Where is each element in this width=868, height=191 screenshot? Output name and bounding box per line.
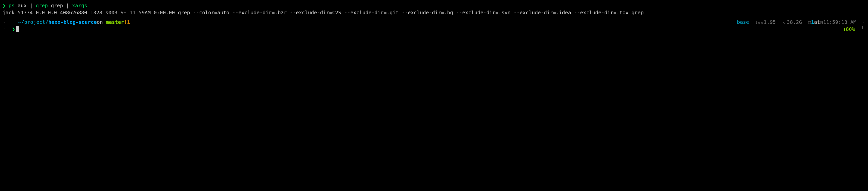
bracket-top-right: ─╮ [860,18,866,26]
time-value: 11:59:13 AM [823,18,856,26]
path-project: hexo-blog-source [49,18,97,26]
cmd-grep1: grep [36,2,48,9]
memory-value: 38.2G [787,18,802,26]
clock-icon: ◷ [820,18,823,26]
cpu-value: 1.95 [764,18,776,26]
cmd-grep-arg: grep [51,2,63,9]
cmd-ps: ps [8,2,14,9]
prompt-symbol: ❯ [2,2,5,9]
jobs-value: 1 [811,18,814,26]
cmd-aux: aux [18,2,27,9]
git-dirty: !1 [124,18,130,26]
at-text: at [814,18,820,26]
cpu-icon: ⫾₀₀ [755,18,764,26]
bracket-top-left: ╭─ [2,18,8,26]
bracket-bottom-right: ─╯ [858,26,864,33]
battery-icon: ▮ [843,26,846,33]
jobs-icon: ☐ [808,18,811,26]
memory-icon: 🝔 [782,18,787,26]
conda-env: base [737,18,749,26]
cmd-xargs: xargs [72,2,87,9]
on-text: on [97,18,103,26]
dash-end: ─ [857,18,860,26]
battery-value: 80% [846,26,855,33]
path-prefix: ~/project/ [18,18,48,26]
bracket-bottom-left: ╰─ [2,26,8,33]
branch-name: master [106,18,124,26]
status-bar: ╭─ ~/project/hexo-blog-source on master … [2,18,866,33]
command-output: jack 51334 0.0 0.0 408626880 1328 s003 S… [2,9,866,16]
pipe-2: | [66,2,69,9]
cursor[interactable] [16,26,19,32]
pipe-1: | [30,2,33,9]
prompt-symbol-2: ❯ [12,26,15,33]
command-line: ❯ ps aux | grep grep | xargs [2,2,866,9]
